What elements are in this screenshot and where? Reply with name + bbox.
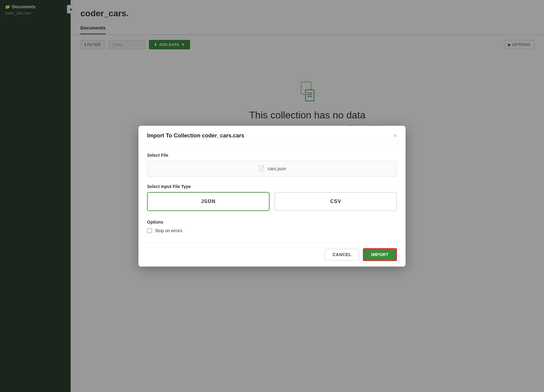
stop-on-errors-label: Stop on errors (155, 228, 182, 233)
file-icon: 📄 (258, 165, 265, 172)
json-type-button[interactable]: JSON (147, 192, 270, 211)
cancel-button[interactable]: CANCEL (325, 249, 359, 260)
modal-footer: CANCEL IMPORT (138, 242, 406, 267)
modal-close-button[interactable]: × (393, 133, 397, 139)
file-type-label: Select Input File Type (147, 184, 397, 189)
modal-header: Import To Collection coder_cars.cars × (138, 126, 406, 144)
stop-on-errors-row: Stop on errors (147, 228, 397, 233)
options-label: Options (147, 220, 397, 225)
stop-on-errors-checkbox[interactable] (147, 228, 152, 233)
modal-body: Select File 📄 cars.json Select Input Fil… (138, 144, 406, 242)
selected-file-name: cars.json (268, 166, 286, 171)
csv-type-button[interactable]: CSV (274, 192, 397, 211)
import-button[interactable]: IMPORT (363, 248, 397, 261)
import-modal: Import To Collection coder_cars.cars × S… (138, 126, 406, 267)
modal-overlay: Import To Collection coder_cars.cars × S… (0, 0, 544, 392)
file-select-button[interactable]: 📄 cars.json (147, 161, 397, 177)
modal-title: Import To Collection coder_cars.cars (147, 133, 244, 139)
select-file-label: Select File (147, 153, 397, 158)
file-type-row: JSON CSV (147, 192, 397, 211)
options-section: Options Stop on errors (147, 220, 397, 233)
